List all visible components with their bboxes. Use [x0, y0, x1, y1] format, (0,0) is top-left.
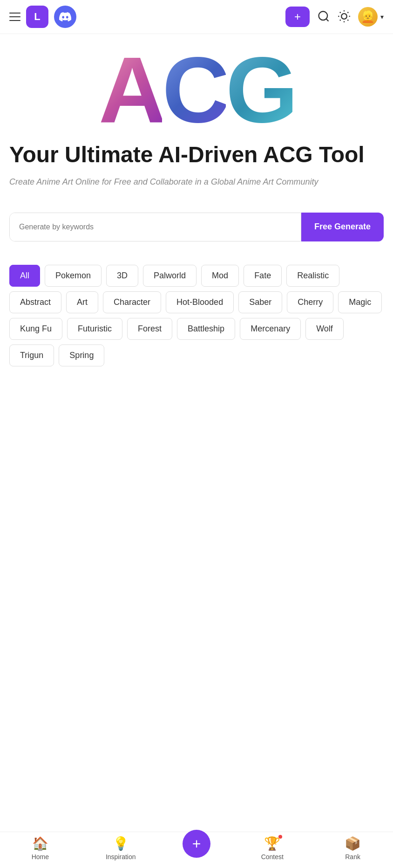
tag-3d[interactable]: 3D [106, 265, 138, 287]
generate-button[interactable]: Free Generate [301, 213, 384, 241]
tag-kung-fu[interactable]: Kung Fu [9, 318, 62, 340]
theme-toggle-button[interactable] [338, 10, 351, 24]
svg-line-6 [347, 20, 348, 21]
tag-cherry[interactable]: Cherry [287, 291, 333, 313]
tag-hot-blooded[interactable]: Hot-Blooded [166, 291, 234, 313]
rank-icon: 📦 [345, 836, 361, 851]
user-avatar-button[interactable]: 👱 ▾ [358, 7, 384, 27]
chevron-down-icon: ▾ [380, 13, 384, 21]
tag-trigun[interactable]: Trigun [9, 344, 54, 366]
header: L + [0, 0, 393, 34]
tag-spring[interactable]: Spring [59, 344, 104, 366]
svg-line-10 [347, 12, 348, 13]
nav-item-rank[interactable]: 📦 Rank [334, 836, 372, 861]
tag-art[interactable]: Art [66, 291, 98, 313]
bottom-nav: 🏠 Home 💡 Inspiration + 🏆 Contest 📦 Rank [0, 832, 393, 868]
svg-line-9 [340, 20, 341, 21]
menu-icon[interactable] [9, 13, 20, 21]
plus-icon: + [192, 836, 201, 851]
nav-label-rank: Rank [345, 853, 360, 861]
tag-magic[interactable]: Magic [338, 291, 382, 313]
nav-label-contest: Contest [261, 853, 284, 861]
search-wrapper [9, 213, 301, 241]
nav-label-inspiration: Inspiration [106, 853, 136, 861]
tag-fate[interactable]: Fate [244, 265, 282, 287]
header-left: L [9, 6, 76, 28]
tag-forest[interactable]: Forest [127, 318, 172, 340]
nav-label-home: Home [32, 853, 49, 861]
tag-pokemon[interactable]: Pokemon [45, 265, 102, 287]
tag-mercenary[interactable]: Mercenary [240, 318, 301, 340]
hero-title: Your Ultimate AI-Driven ACG Tool [9, 141, 384, 168]
tag-realistic[interactable]: Realistic [286, 265, 339, 287]
svg-line-1 [326, 19, 328, 21]
tag-battleship[interactable]: Battleship [177, 318, 235, 340]
contest-icon-wrapper: 🏆 [264, 836, 280, 851]
nav-item-contest[interactable]: 🏆 Contest [254, 836, 291, 861]
nav-center-add-button[interactable]: + [183, 830, 210, 858]
search-section: Free Generate [0, 213, 393, 255]
inspiration-icon: 💡 [113, 836, 129, 851]
tags-section: AllPokemon3DPalworldModFateRealisticAbst… [0, 255, 393, 413]
tag-mod[interactable]: Mod [201, 265, 239, 287]
tag-futuristic[interactable]: Futuristic [67, 318, 122, 340]
avatar: 👱 [358, 7, 378, 27]
acg-letter-a: A [99, 48, 162, 132]
tag-wolf[interactable]: Wolf [305, 318, 344, 340]
acg-letter-g: G [226, 48, 295, 132]
tag-palworld[interactable]: Palworld [143, 265, 196, 287]
logo-button[interactable]: L [26, 6, 48, 28]
create-button[interactable]: + [285, 7, 310, 27]
hero-subtitle: Create Anime Art Online for Free and Col… [9, 176, 384, 188]
search-input[interactable] [10, 213, 301, 241]
nav-item-home[interactable]: 🏠 Home [21, 836, 59, 861]
sun-icon [338, 10, 351, 23]
discord-icon [59, 11, 71, 23]
svg-line-5 [340, 12, 341, 13]
search-button[interactable] [317, 10, 330, 24]
contest-notification-dot [278, 835, 282, 839]
discord-button[interactable] [54, 6, 76, 28]
contest-icon: 🏆 [264, 836, 280, 851]
tags-grid: AllPokemon3DPalworldModFateRealisticAbst… [9, 265, 384, 366]
tag-all[interactable]: All [9, 265, 40, 287]
nav-item-inspiration[interactable]: 💡 Inspiration [102, 836, 139, 861]
svg-point-2 [341, 14, 347, 19]
acg-letter-c: C [162, 48, 225, 132]
home-icon: 🏠 [32, 836, 48, 851]
tag-abstract[interactable]: Abstract [9, 291, 61, 313]
tag-character[interactable]: Character [103, 291, 161, 313]
hero-section: A C G Your Ultimate AI-Driven ACG Tool C… [0, 34, 393, 213]
acg-logo: A C G [9, 48, 384, 132]
search-icon [317, 10, 330, 23]
svg-point-0 [319, 11, 328, 20]
header-right: + 👱 ▾ [285, 7, 384, 27]
tag-saber[interactable]: Saber [238, 291, 282, 313]
